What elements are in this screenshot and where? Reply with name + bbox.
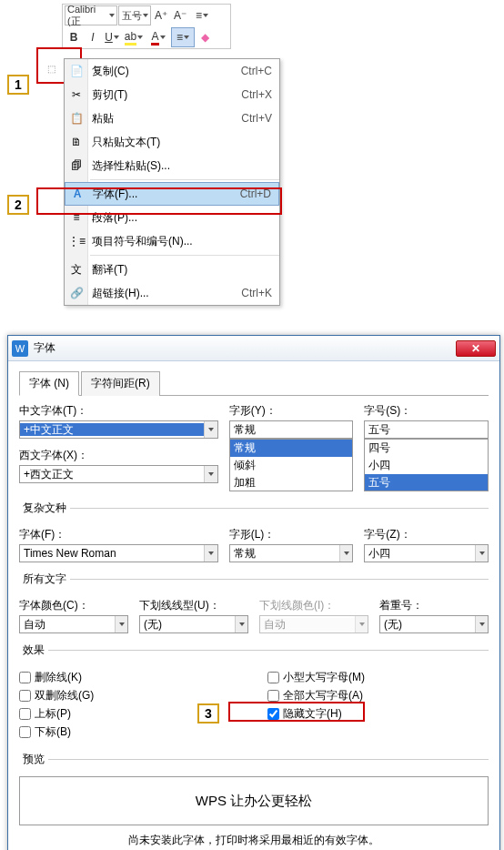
line-spacing-button[interactable]: ≡ bbox=[190, 5, 214, 25]
size-top-input[interactable] bbox=[364, 420, 489, 439]
menu-hyperlink[interactable]: 🔗 超链接(H)... Ctrl+K bbox=[65, 281, 279, 305]
align-button[interactable]: ≡ bbox=[171, 27, 195, 47]
font-color-button[interactable]: A bbox=[146, 27, 170, 47]
paste-text-icon: 🗎 bbox=[68, 136, 85, 148]
menu-translate[interactable]: 文 翻译(T) bbox=[65, 258, 279, 281]
complex-script-group: 复杂文种 字体(F)： 字形(L)： 字号(Z)： bbox=[19, 501, 489, 562]
bold-button[interactable]: B bbox=[65, 27, 83, 47]
underline-button[interactable]: U bbox=[103, 27, 121, 47]
underline-combo[interactable] bbox=[139, 615, 248, 633]
chk-strike[interactable]: 删除线(K) bbox=[19, 670, 240, 685]
menu-copy[interactable]: 📄 复制(C) Ctrl+C bbox=[65, 59, 279, 83]
hidden-text-marker: ⬚ bbox=[47, 64, 55, 74]
label-style-top: 字形(Y)： bbox=[229, 403, 354, 419]
complex-size-combo[interactable] bbox=[364, 544, 489, 562]
highlight-button[interactable]: ab bbox=[122, 27, 146, 47]
complex-font-combo[interactable] bbox=[19, 544, 218, 562]
tab-font[interactable]: 字体 (N) bbox=[19, 371, 79, 396]
menu-paste-text[interactable]: 🗎 只粘贴文本(T) bbox=[65, 130, 279, 154]
font-size-combo[interactable]: 五号 bbox=[118, 5, 151, 25]
increase-font-button[interactable]: A⁺ bbox=[152, 5, 170, 25]
preview-box: WPS 让办公更轻松 bbox=[19, 776, 489, 825]
chk-sub[interactable]: 下标(B) bbox=[19, 724, 240, 740]
effects-group: 效果 删除线(K) 双删除线(G) 上标(P) 下标(B) 小型大写字母(M) … bbox=[19, 643, 489, 743]
font-note: 尚未安装此字体，打印时将采用最相近的有效字体。 bbox=[19, 833, 489, 848]
style-top-list[interactable]: 常规 倾斜 加粗 bbox=[229, 439, 354, 491]
emphasis-combo[interactable] bbox=[379, 615, 489, 633]
font-color-combo[interactable] bbox=[19, 615, 128, 633]
translate-icon: 文 bbox=[68, 262, 85, 278]
font-dialog: W 字体 ✕ 字体 (N) 字符间距(R) 中文字体(T)： 西文字体(X)： bbox=[7, 335, 500, 850]
decrease-font-button[interactable]: A⁻ bbox=[171, 5, 189, 25]
complex-style-combo[interactable] bbox=[229, 544, 354, 562]
paste-special-icon: 🗐 bbox=[68, 159, 85, 172]
bullets-icon: ⋮≡ bbox=[68, 235, 85, 248]
tab-spacing[interactable]: 字符间距(R) bbox=[81, 371, 160, 396]
step-badge-2: 2 bbox=[7, 195, 29, 215]
underline-color-combo bbox=[259, 615, 368, 633]
italic-button[interactable]: I bbox=[84, 27, 102, 47]
cut-icon: ✂ bbox=[68, 88, 85, 101]
style-top-input[interactable] bbox=[229, 420, 354, 439]
hyperlink-icon: 🔗 bbox=[68, 287, 85, 299]
hidden-checkbox-highlight bbox=[228, 702, 365, 722]
menu-paste[interactable]: 📋 粘贴 Ctrl+V bbox=[65, 106, 279, 130]
app-icon: W bbox=[12, 340, 28, 357]
step-badge-1: 1 bbox=[7, 75, 29, 95]
label-western-font: 西文字体(X)： bbox=[19, 448, 218, 463]
chk-dstrike[interactable]: 双删除线(G) bbox=[19, 688, 240, 703]
copy-icon: 📄 bbox=[68, 65, 85, 77]
close-button[interactable]: ✕ bbox=[456, 340, 496, 357]
menu-paste-special[interactable]: 🗐 选择性粘贴(S)... bbox=[65, 154, 279, 177]
formatting-toolbar: Calibri (正 五号 A⁺ A⁻ ≡ B I U ab A ≡ ◆ bbox=[62, 4, 231, 49]
label-chinese-font: 中文字体(T)： bbox=[19, 403, 218, 419]
label-size-top: 字号(S)： bbox=[364, 403, 489, 419]
chinese-font-combo[interactable] bbox=[19, 420, 218, 439]
context-menu: 📄 复制(C) Ctrl+C ✂ 剪切(T) Ctrl+X 📋 粘贴 Ctrl+… bbox=[64, 58, 280, 306]
size-top-list[interactable]: 四号 小四 五号 bbox=[364, 439, 489, 491]
font-name-combo[interactable]: Calibri (正 bbox=[65, 5, 117, 25]
menu-bullets[interactable]: ⋮≡ 项目符号和编号(N)... bbox=[65, 229, 279, 253]
chk-smallcaps[interactable]: 小型大写字母(M) bbox=[267, 670, 489, 685]
preview-group: 预览 WPS 让办公更轻松 尚未安装此字体，打印时将采用最相近的有效字体。 bbox=[19, 752, 489, 850]
all-text-group: 所有文字 字体颜色(C)： 下划线线型(U)： 下划线颜色(I)： bbox=[19, 572, 489, 633]
clear-format-button[interactable]: ◆ bbox=[196, 27, 214, 47]
paste-icon: 📋 bbox=[68, 112, 85, 125]
western-font-combo[interactable] bbox=[19, 465, 218, 483]
menu-font-highlight bbox=[36, 187, 282, 215]
dialog-titlebar: W 字体 ✕ bbox=[8, 336, 499, 361]
step-badge-3: 3 bbox=[197, 703, 219, 724]
menu-cut[interactable]: ✂ 剪切(T) Ctrl+X bbox=[65, 83, 279, 106]
dialog-title: 字体 bbox=[34, 340, 55, 356]
